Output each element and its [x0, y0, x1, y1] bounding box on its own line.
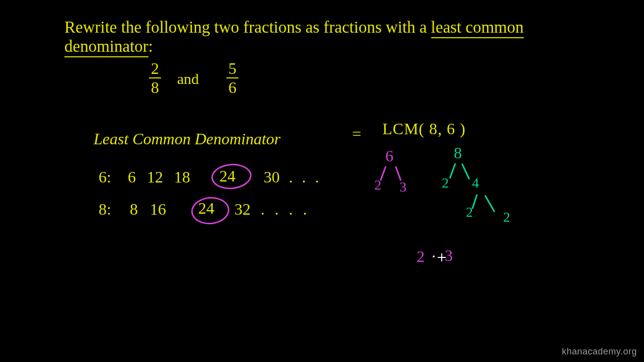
problem-title-line1: Rewrite the following two fractions as f… — [64, 18, 524, 37]
tree8-right: 4 — [472, 175, 479, 191]
circle-24-six — [210, 162, 253, 191]
eight-label: 8: — [99, 200, 111, 219]
eight-rest: 32 . . . . — [234, 200, 307, 219]
tree8-r-right: 2 — [503, 209, 510, 225]
six-label: 6: — [99, 168, 111, 187]
tree8-left: 2 — [442, 175, 449, 191]
title-post: : — [148, 37, 153, 55]
product-dot: · — [432, 247, 436, 266]
tree6-root: 6 — [385, 147, 393, 165]
fraction-a-den: 8 — [149, 77, 161, 96]
fraction-b: 5 6 — [226, 60, 238, 96]
tree8-branch-l — [449, 163, 456, 178]
lcd-rhs: LCM( 8, 6 ) — [382, 120, 466, 138]
tree6-left: 2 — [374, 177, 381, 193]
tree6-right: 3 — [399, 179, 407, 195]
tree8-root: 8 — [454, 144, 462, 162]
product-b: 3 — [445, 246, 453, 265]
watermark: khanacademy.org — [562, 346, 637, 357]
lcd-eq: = — [352, 125, 361, 143]
tree8-r-left: 2 — [466, 204, 473, 220]
six-rest: 30 . . . — [264, 168, 319, 187]
fraction-a-num: 2 — [149, 60, 161, 77]
fraction-b-num: 5 — [226, 60, 238, 77]
six-list: 6 12 18 — [128, 168, 190, 187]
fraction-b-den: 6 — [226, 77, 238, 96]
eight-list: 8 16 — [130, 200, 166, 219]
title-pre: Rewrite the following two fractions as f… — [64, 18, 431, 36]
word-and: and — [177, 70, 199, 87]
title-emph2: denominator — [64, 37, 148, 57]
fraction-a: 2 8 — [149, 60, 161, 96]
blackboard-canvas: Rewrite the following two fractions as f… — [0, 0, 644, 362]
tree8-branch-r — [461, 163, 470, 179]
title-emph1: least common — [431, 18, 524, 38]
circle-24-eight — [190, 196, 230, 226]
tree8-branch-rr — [485, 195, 496, 212]
lcd-label: Least Common Denominator — [94, 130, 281, 148]
product-a: 2 — [417, 247, 425, 266]
problem-title-line2: denominator: — [64, 37, 153, 56]
